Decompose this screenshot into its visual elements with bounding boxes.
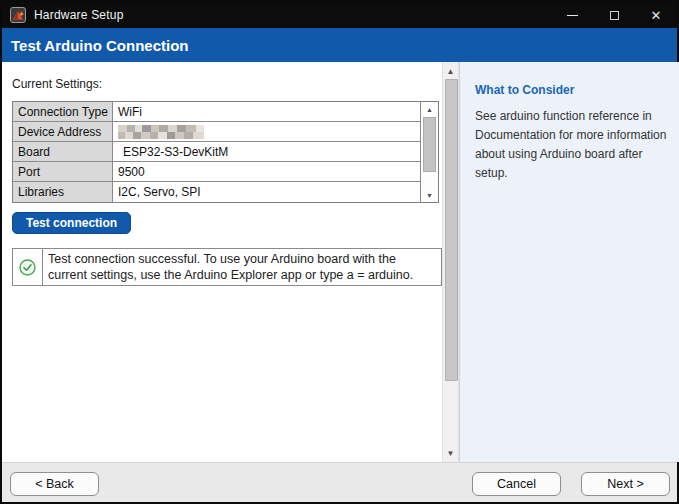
main-scrollbar[interactable]: ▲ ▼ [442,62,459,462]
connection-status-box: Test connection successful. To use your … [12,248,442,286]
window-title: Hardware Setup [34,8,124,22]
row-value[interactable]: 9500 [113,162,421,181]
footer-bar: < Back Cancel Next > [2,462,677,502]
table-row-device-address: Device Address [13,122,421,142]
row-label: Device Address [13,122,113,141]
row-label: Connection Type [13,102,113,121]
row-label: Port [13,162,113,181]
scroll-up-icon[interactable]: ▲ [443,64,458,78]
back-button[interactable]: < Back [10,472,99,496]
settings-table-grid: Connection Type WiFi Device Address Boar… [13,102,421,202]
what-to-consider-sidebar: What to Consider See arduino function re… [459,62,679,462]
table-scrollbar-thumb[interactable] [423,117,436,172]
minimize-icon [567,15,578,16]
table-row-connection-type: Connection Type WiFi [13,102,421,122]
page-header: Test Arduino Connection [2,28,677,62]
scroll-up-icon[interactable]: ▲ [421,103,438,115]
row-value[interactable]: I2C, Servo, SPI [113,182,421,202]
main-scrollbar-thumb[interactable] [445,79,458,381]
table-row-libraries: Libraries I2C, Servo, SPI [13,182,421,202]
maximize-icon [610,11,619,20]
sidebar-text: See arduino function reference in Docume… [475,107,675,183]
row-value[interactable]: ESP32-S3-DevKitM [113,142,421,161]
sidebar-heading: What to Consider [475,83,675,97]
minimize-button[interactable] [551,2,593,28]
test-connection-button[interactable]: Test connection [12,212,131,234]
cancel-button[interactable]: Cancel [472,472,561,496]
table-scrollbar[interactable]: ▲ ▼ [421,102,438,202]
row-value[interactable] [113,122,421,141]
status-icon-cell [13,249,43,285]
next-button[interactable]: Next > [581,472,670,496]
row-value[interactable]: WiFi [113,102,421,121]
body: Current Settings: Connection Type WiFi D… [2,62,677,462]
scroll-down-icon[interactable]: ▼ [443,446,458,460]
table-row-board: Board ESP32-S3-DevKitM [13,142,421,162]
title-bar: Hardware Setup ✕ [2,2,677,28]
close-button[interactable]: ✕ [635,2,677,28]
matlab-icon [10,7,26,23]
status-message: Test connection successful. To use your … [43,249,441,285]
close-icon: ✕ [651,9,662,22]
row-label: Board [13,142,113,161]
table-row-port: Port 9500 [13,162,421,182]
main-panel: Current Settings: Connection Type WiFi D… [2,62,442,462]
window-controls: ✕ [551,2,677,28]
success-check-icon [19,259,36,276]
hardware-setup-window: Hardware Setup ✕ Test Arduino Connection… [0,0,679,504]
page-title: Test Arduino Connection [11,37,189,54]
current-settings-label: Current Settings: [12,77,442,91]
device-address-redacted-value [118,125,204,139]
settings-table: Connection Type WiFi Device Address Boar… [12,101,439,203]
row-label: Libraries [13,182,113,202]
maximize-button[interactable] [593,2,635,28]
scroll-down-icon[interactable]: ▼ [421,189,438,201]
